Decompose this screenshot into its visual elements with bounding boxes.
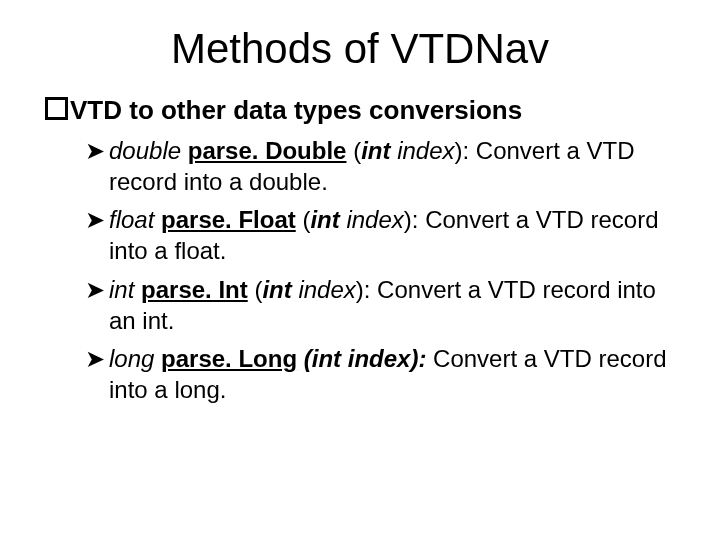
item-list: ➤ double parse. Double (int index): Conv…	[85, 136, 675, 406]
arrow-bullet-icon: ➤	[85, 136, 105, 167]
param-type: int	[310, 206, 339, 233]
return-type: long	[109, 345, 154, 372]
section-heading-text: VTD to other data types conversions	[70, 95, 522, 125]
slide: Methods of VTDNav VTD to other data type…	[0, 0, 720, 540]
slide-title: Methods of VTDNav	[45, 25, 675, 73]
method-name: parse. Double	[188, 137, 347, 164]
return-type: float	[109, 206, 154, 233]
list-item: ➤ long parse. Long (int index): Convert …	[85, 344, 675, 405]
param-name: index	[348, 345, 411, 372]
param-name: index	[346, 206, 403, 233]
return-type: int	[109, 276, 134, 303]
arrow-bullet-icon: ➤	[85, 344, 105, 375]
list-item: ➤ double parse. Double (int index): Conv…	[85, 136, 675, 197]
return-type: double	[109, 137, 181, 164]
list-item: ➤ int parse. Int (int index): Convert a …	[85, 275, 675, 336]
param-name: index	[397, 137, 454, 164]
method-name: parse. Int	[141, 276, 248, 303]
method-name: parse. Float	[161, 206, 296, 233]
param-type: int	[361, 137, 390, 164]
param-name: index	[298, 276, 355, 303]
square-bullet-icon	[45, 97, 68, 120]
section-heading: VTD to other data types conversions	[45, 95, 675, 126]
param-type: int	[312, 345, 341, 372]
list-item: ➤ float parse. Float (int index): Conver…	[85, 205, 675, 266]
method-name: parse. Long	[161, 345, 297, 372]
arrow-bullet-icon: ➤	[85, 275, 105, 306]
arrow-bullet-icon: ➤	[85, 205, 105, 236]
param-type: int	[262, 276, 291, 303]
